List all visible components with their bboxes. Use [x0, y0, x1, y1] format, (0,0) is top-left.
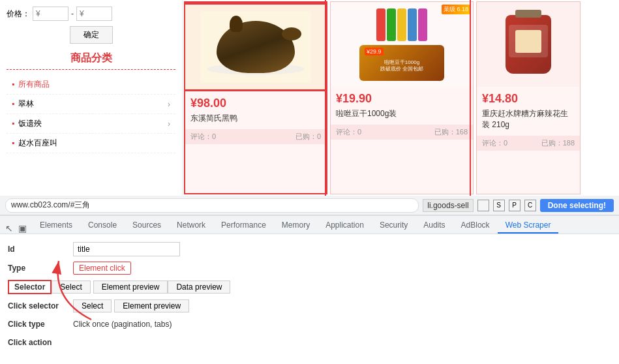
category-name: 翠林: [18, 99, 34, 108]
confirm-button[interactable]: 确定: [70, 26, 113, 44]
product-image-3: [477, 2, 580, 87]
selector-element-text: li.goods-sell: [427, 201, 468, 210]
btn-p[interactable]: P: [509, 200, 521, 211]
category-dot: ▪: [12, 99, 14, 108]
click-type-label: Click type: [8, 320, 73, 329]
sales-label-3: 已购：188: [541, 138, 575, 148]
tab-sources[interactable]: Sources: [125, 218, 169, 234]
mobile-icon[interactable]: ▣: [18, 223, 27, 234]
category-dot: ▪: [12, 119, 14, 128]
arrow-icon: ›: [168, 119, 170, 129]
scraper-click-type-row: Click type Click once (pagination, tabs): [0, 315, 619, 333]
done-selecting-button[interactable]: Done selecting!: [540, 199, 614, 212]
product-footer-2: 评论：0 已购：168: [331, 125, 473, 140]
category-name: 所有商品: [18, 80, 50, 89]
views-label: 评论：0: [190, 132, 216, 142]
type-badge: Element click: [73, 262, 131, 275]
click-selector-label: Click selector: [8, 301, 73, 311]
selector-select-button[interactable]: Select: [52, 281, 90, 294]
promo-badge: ¥29.9: [365, 48, 384, 55]
element-selector-container: li.goods-sell: [423, 199, 473, 212]
btn-s[interactable]: S: [493, 200, 505, 211]
price-min-input[interactable]: [33, 7, 68, 21]
product-footer-1: 评论：0 已购：0: [185, 129, 326, 144]
scraper-click-selector-row: Click selector Select Element preview: [0, 297, 619, 315]
category-dot: ▪: [12, 138, 14, 147]
product-badge-2: 菜级 6.18: [442, 5, 470, 14]
browser-toolbar: www.cb023.com/#三角 li.goods-sell S P C Do…: [0, 196, 619, 215]
product-info-3: ¥14.80 重庆赶水牌糟方麻辣花生装 210g: [477, 87, 580, 136]
selector-element-preview-button[interactable]: Element preview: [93, 281, 168, 294]
price-filter: 价格： -: [7, 7, 175, 21]
promo-text: 啦咝豆干1000g跌破底价 全国包邮: [378, 52, 426, 74]
product-price-1: ¥98.00: [190, 97, 321, 110]
category-item-all[interactable]: ▪所有商品: [7, 75, 175, 95]
products-wrapper: ¥98.00 东溪简氏黑鸭 评论：0 已购：0 菜级 6.18: [183, 0, 582, 196]
tab-network[interactable]: Network: [169, 218, 213, 234]
url-bar[interactable]: www.cb023.com/#三角: [5, 198, 419, 213]
sales-label-2: 已购：168: [434, 127, 468, 137]
product-image-2: 菜级 6.18 ¥29.9 啦咝豆干1000g跌破: [331, 2, 473, 87]
price-separator: -: [71, 9, 74, 18]
scraper-panel: Id Type Element click Selector Select El…: [0, 234, 619, 357]
product-info-2: ¥19.90 啦咝豆干1000g装: [331, 87, 473, 125]
red-line-right: [470, 0, 471, 196]
category-item-3[interactable]: ▪赵水百座叫: [7, 134, 175, 153]
price-label: 价格：: [7, 8, 30, 20]
tab-audits[interactable]: Audits: [415, 218, 453, 234]
product-price-3: ¥14.80: [482, 92, 575, 106]
arrow-icon: ›: [168, 100, 170, 109]
product-image-1: [185, 5, 326, 89]
devtools-tabbar: ↖ ▣ Elements Console Sources Network Per…: [0, 216, 619, 234]
selector-btn-square[interactable]: [477, 200, 489, 211]
red-line-left: [325, 0, 326, 196]
category-name: 饭遗殃: [18, 119, 42, 128]
category-item-2[interactable]: ▪饭遗殃 ›: [7, 114, 175, 134]
scraper-click-action-row: Click action: [0, 333, 619, 352]
id-label: Id: [8, 245, 73, 254]
cursor-icon[interactable]: ↖: [5, 223, 13, 234]
price-max-input[interactable]: [76, 7, 112, 21]
top-section: 价格： - 确定 商品分类 ▪所有商品 ▪翠林 › ▪饭遗殃 › ▪赵水百座叫: [0, 0, 619, 196]
views-label-2: 评论：0: [336, 127, 361, 137]
category-title: 商品分类: [7, 52, 175, 70]
click-selector-preview-button[interactable]: Element preview: [114, 299, 189, 312]
product-footer-3: 评论：0 已购：188: [477, 136, 580, 151]
type-label: Type: [8, 264, 73, 273]
tab-console[interactable]: Console: [80, 218, 125, 234]
tab-performance[interactable]: Performance: [213, 218, 274, 234]
category-item-1[interactable]: ▪翠林 ›: [7, 95, 175, 114]
url-text: www.cb023.com/#三角: [11, 200, 90, 211]
id-input[interactable]: [73, 242, 180, 256]
tab-adblock[interactable]: AdBlock: [453, 218, 498, 234]
tab-memory[interactable]: Memory: [274, 218, 318, 234]
scraper-id-row: Id: [0, 239, 619, 259]
product-card-2[interactable]: 菜级 6.18 ¥29.9 啦咝豆干1000g跌破: [330, 1, 474, 194]
tab-elements[interactable]: Elements: [32, 218, 80, 234]
sales-label: 已购：0: [295, 132, 321, 142]
product-name-1: 东溪简氏黑鸭: [190, 113, 321, 124]
category-dot: ▪: [12, 80, 14, 89]
click-action-label: Click action: [8, 338, 73, 347]
views-label-3: 评论：0: [482, 138, 507, 148]
product-card-1[interactable]: ¥98.00 东溪简氏黑鸭 评论：0 已购：0: [184, 1, 327, 194]
devtools-panel: ↖ ▣ Elements Console Sources Network Per…: [0, 215, 619, 364]
tab-webscraper[interactable]: Web Scraper: [498, 218, 559, 234]
products-area: ¥98.00 东溪简氏黑鸭 评论：0 已购：0 菜级 6.18: [183, 0, 619, 196]
scraper-selector-row: Selector Select Element preview Data pre…: [0, 277, 619, 297]
selector-data-preview-button[interactable]: Data preview: [168, 281, 230, 294]
click-selector-select-button[interactable]: Select: [73, 299, 112, 312]
devtools-left-icons: ↖ ▣: [5, 223, 32, 234]
click-type-value: Click once (pagination, tabs): [73, 320, 172, 329]
sidebar: 价格： - 确定 商品分类 ▪所有商品 ▪翠林 › ▪饭遗殃 › ▪赵水百座叫: [0, 0, 183, 196]
category-name: 赵水百座叫: [18, 138, 57, 147]
selector-label: Selector: [8, 280, 52, 294]
tab-application[interactable]: Application: [318, 218, 372, 234]
btn-c[interactable]: C: [524, 200, 536, 211]
tab-security[interactable]: Security: [372, 218, 415, 234]
product-card-3[interactable]: ¥14.80 重庆赶水牌糟方麻辣花生装 210g 评论：0 已购：188: [476, 1, 581, 194]
product-info-1: ¥98.00 东溪简氏黑鸭: [185, 91, 326, 129]
product-price-2: ¥19.90: [336, 92, 468, 106]
product-name-2: 啦咝豆干1000g装: [336, 108, 468, 119]
scraper-type-row: Type Element click: [0, 259, 619, 277]
